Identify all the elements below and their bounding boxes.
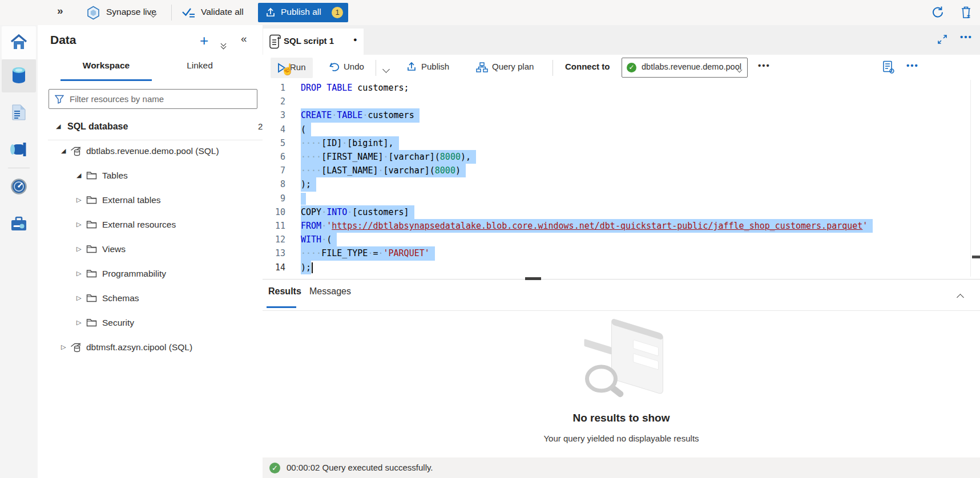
collapse-results-chevron-icon[interactable] [958, 292, 963, 302]
selection-highlight: ····[FIRST_NAME]·[varchar](8000), [301, 150, 476, 164]
tree-item-tables[interactable]: ◢Tables [38, 164, 263, 189]
discard-trash-icon[interactable] [960, 6, 972, 21]
tab-more-icon[interactable]: ••• [960, 32, 973, 42]
code-line-14[interactable]: 14); [263, 261, 313, 274]
publish-button[interactable]: Publish [421, 62, 449, 71]
line-number: 9 [263, 192, 285, 205]
tree-item-security[interactable]: ▷Security [38, 311, 263, 336]
tree-item-schemas[interactable]: ▷Schemas [38, 287, 263, 311]
panel-resize-handle[interactable] [525, 277, 541, 280]
active-tab-underline [61, 79, 152, 81]
expand-expander-icon[interactable]: ▷ [76, 270, 81, 277]
line-number: 14 [263, 261, 285, 274]
code-area[interactable]: 1DROP TABLE customers;23CREATE·TABLE·cus… [263, 80, 980, 277]
folder-icon [86, 196, 97, 206]
code-token: 8000 [440, 152, 461, 162]
code-token: ···· [301, 138, 321, 148]
rail-item-manage[interactable] [2, 208, 36, 241]
tab-sql-script-1[interactable]: SQL script 1 ● [263, 29, 364, 55]
line-number: 12 [263, 233, 285, 246]
tree-item-dbtlabs-revenue-demo-pool-sql[interactable]: ◢dbtlabs.revenue.demo.pool (SQL) [38, 140, 263, 164]
expand-rail-icon[interactable]: » [57, 5, 63, 17]
rail-item-home[interactable] [2, 26, 36, 59]
line-number: 3 [263, 108, 285, 122]
code-line-8[interactable]: 8); [263, 177, 316, 191]
expand-expander-icon[interactable]: ▷ [76, 245, 81, 253]
add-resource-icon[interactable]: + [200, 32, 208, 50]
undo-button[interactable]: Undo [344, 62, 364, 71]
code-line-3[interactable]: 3CREATE·TABLE·customers [263, 108, 420, 122]
code-token: [bigint], [347, 138, 393, 148]
tree-item-label: dbtlabs.revenue.demo.pool (SQL) [86, 146, 219, 156]
properties-icon[interactable] [882, 60, 895, 76]
toolbar-divider [376, 60, 376, 76]
code-line-6[interactable]: 6····[FIRST_NAME]·[varchar](8000), [263, 150, 476, 164]
expand-editor-icon[interactable] [937, 34, 947, 46]
code-token: [varchar]( [384, 165, 435, 176]
rail-item-integrate[interactable] [2, 133, 36, 167]
code-line-4[interactable]: 4( [263, 123, 311, 136]
code-line-1[interactable]: 1DROP TABLE customers; [263, 81, 409, 95]
code-line-2[interactable]: 2 [263, 95, 301, 108]
expand-expander-icon[interactable]: ▷ [61, 343, 66, 351]
pool-selector[interactable]: ✓ dbtlabs.revenue.demo.pool [622, 58, 748, 78]
expand-expander-icon[interactable]: ▷ [76, 196, 81, 204]
expand-expander-icon[interactable]: ▷ [76, 294, 81, 302]
validate-all-button[interactable]: Validate all [201, 7, 244, 17]
tab-linked[interactable]: Linked [154, 60, 245, 71]
editor-scroll-marker[interactable] [972, 256, 980, 258]
results-panel: Results Messages [263, 279, 980, 478]
home-icon [10, 34, 27, 52]
collapse-expander-icon[interactable]: ◢ [61, 147, 66, 155]
sidebar-title: Data [50, 33, 76, 47]
query-plan-button[interactable]: Query plan [492, 62, 534, 71]
sql-script-icon [269, 34, 281, 51]
mode-selector[interactable]: Synapse live [106, 7, 156, 17]
run-options-chevron-icon[interactable] [384, 64, 389, 74]
code-line-12[interactable]: 12WITH·( [263, 233, 337, 246]
line-content: DROP TABLE customers; [301, 81, 409, 95]
collapse-expander-icon[interactable]: ◢ [56, 123, 61, 130]
tree-item-views[interactable]: ▷Views [38, 238, 263, 262]
code-line-5[interactable]: 5····[ID]·[bigint], [263, 136, 399, 150]
expand-expander-icon[interactable]: ▷ [76, 319, 81, 326]
tree-item-label: Programmability [102, 269, 166, 279]
code-token: CREATE [301, 110, 332, 120]
code-token: TABLE [326, 83, 352, 93]
collapse-expander-icon[interactable]: ◢ [76, 172, 81, 179]
toolbar-far-more-icon[interactable]: ••• [906, 60, 919, 70]
publish-all-button[interactable]: Publish all 1 [258, 3, 348, 22]
selection-highlight: ····FILE_TYPE·=·'PARQUET' [301, 246, 435, 260]
tree-item-external-tables[interactable]: ▷External tables [38, 189, 263, 213]
code-line-13[interactable]: 13····FILE_TYPE·=·'PARQUET' [263, 246, 435, 260]
tab-workspace[interactable]: Workspace [61, 60, 152, 71]
rail-item-monitor[interactable] [2, 171, 36, 204]
code-line-9[interactable]: 9 [263, 192, 306, 205]
toolbar-more-icon[interactable]: ••• [758, 60, 771, 70]
code-line-11[interactable]: 11FROM·'https://dbtlabsynapsedatalake.bl… [263, 219, 873, 233]
rail-item-data[interactable] [2, 59, 36, 92]
selection-highlight: WITH·( [301, 233, 337, 246]
collapse-all-icon[interactable] [221, 38, 225, 43]
no-results-subtitle: Your query yielded no displayable result… [263, 434, 980, 443]
code-line-7[interactable]: 7····[LAST_NAME]·[varchar](8000) [263, 164, 466, 177]
validate-all-icon [182, 7, 196, 21]
filter-input[interactable] [68, 90, 255, 108]
tree-item-external-resources[interactable]: ▷External resources [38, 213, 263, 238]
collapse-sidebar-icon[interactable]: « [241, 33, 247, 45]
refresh-icon[interactable] [931, 6, 945, 21]
filter-funnel-icon [55, 95, 64, 104]
tree-item-dbtmsft-azsyn-cipool-sql[interactable]: ▷dbtmsft.azsyn.cipool (SQL) [38, 336, 263, 360]
code-token: ), [461, 152, 471, 162]
rail-item-develop[interactable] [2, 96, 36, 129]
tree-item-programmability[interactable]: ▷Programmability [38, 262, 263, 287]
mode-chevron-down-icon[interactable] [151, 9, 156, 18]
expand-expander-icon[interactable]: ▷ [76, 221, 81, 228]
tab-messages[interactable]: Messages [309, 286, 351, 297]
folder-icon [86, 245, 97, 255]
code-line-10[interactable]: 10COPY·INTO·[customers] [263, 205, 414, 219]
line-number: 1 [263, 81, 285, 95]
tab-results[interactable]: Results [268, 286, 301, 297]
line-content: ····[ID]·[bigint], [301, 136, 399, 150]
tree-item-sql-database[interactable]: ◢SQL database2 [48, 115, 263, 140]
